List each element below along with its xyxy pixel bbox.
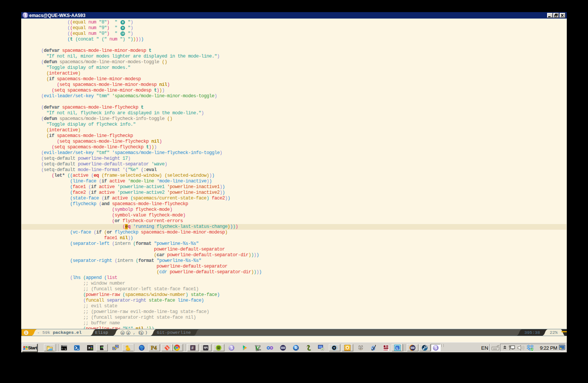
svg-text:O: O: [346, 345, 349, 350]
svg-text:C:\: C:\: [62, 347, 66, 350]
svg-text:gvim: gvim: [258, 349, 261, 351]
svg-text:L: L: [396, 346, 399, 350]
svg-text:R: R: [295, 346, 298, 350]
svg-text:#: #: [191, 346, 194, 350]
svg-text:P4: P4: [151, 345, 157, 351]
